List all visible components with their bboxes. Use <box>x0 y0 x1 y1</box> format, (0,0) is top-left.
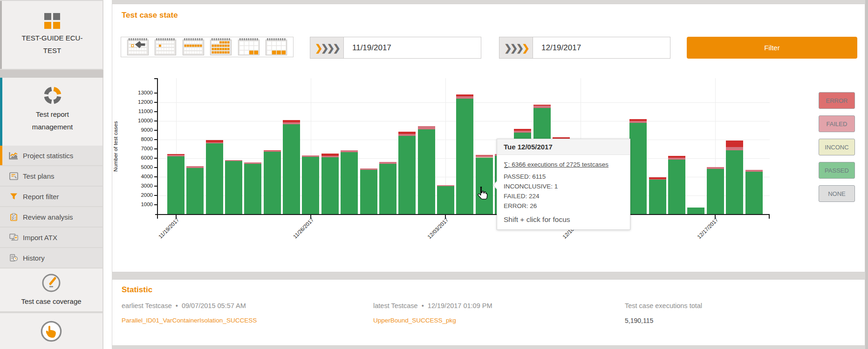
bar-12/02/2017-failed[interactable] <box>418 126 435 129</box>
bar-11/25/2017-failed[interactable] <box>283 122 300 124</box>
bar-11/25/2017-passed[interactable] <box>283 124 300 214</box>
calendar-week-icon[interactable] <box>182 38 205 56</box>
bar-12/15/2017-error[interactable] <box>668 156 685 158</box>
bar-12/15/2017-passed[interactable] <box>668 160 685 214</box>
bar-11/20/2017-passed[interactable] <box>186 168 204 214</box>
bar-11/22/2017-failed[interactable] <box>225 160 242 161</box>
legend-none-button[interactable]: NONE <box>819 185 855 202</box>
bar-12/14/2017-failed[interactable] <box>649 179 666 180</box>
bar-12/08/2017-error[interactable] <box>533 105 551 106</box>
sidebar-item-test-plans[interactable]: Test plans <box>0 166 103 186</box>
bar-11/30/2017-failed[interactable] <box>379 162 396 164</box>
testcase-link[interactable]: Parallel_ID01_VarContainerIsolation_SUCC… <box>122 317 257 324</box>
bar-12/17/2017-passed[interactable] <box>707 169 724 214</box>
bar-12/05/2017-error[interactable] <box>476 155 493 155</box>
bar-12/13/2017-error[interactable] <box>629 119 647 121</box>
bar-12/01/2017-passed[interactable] <box>398 136 416 214</box>
bar-12/18/2017-error[interactable] <box>726 141 743 147</box>
section-label-line2: management <box>2 123 103 131</box>
bar-12/17/2017-failed[interactable] <box>707 167 724 169</box>
sidebar-section-tutorial[interactable] <box>0 313 103 349</box>
bar-12/04/2017-passed[interactable] <box>456 99 473 214</box>
bar-11/19/2017-failed[interactable] <box>167 155 185 156</box>
legend-inconc-button[interactable]: INCONC <box>819 139 855 155</box>
bar-12/05/2017-passed[interactable] <box>476 157 493 214</box>
legend-error-button[interactable]: ERROR <box>819 92 855 109</box>
calendar-month-icon[interactable] <box>210 38 232 56</box>
sidebar-item-import-atx[interactable]: Import ATX <box>0 228 103 247</box>
bar-11/24/2017-error[interactable] <box>264 150 281 151</box>
bar-12/08/2017-failed[interactable] <box>533 106 551 108</box>
section-label-line1: Test report <box>2 110 103 118</box>
bar-11/28/2017-failed[interactable] <box>341 150 358 152</box>
bar-12/14/2017-error[interactable] <box>649 177 666 179</box>
calendar-jump-earliest-icon[interactable] <box>127 38 149 56</box>
bar-12/04/2017-error[interactable] <box>456 94 473 96</box>
bar-11/21/2017-failed[interactable] <box>206 142 223 143</box>
sidebar-item-label: Report filter <box>23 193 59 201</box>
bar-11/21/2017-passed[interactable] <box>206 143 223 214</box>
bar-12/18/2017-failed[interactable] <box>726 147 743 150</box>
bar-11/25/2017-error[interactable] <box>283 120 300 122</box>
bar-12/19/2017-failed[interactable] <box>745 170 763 172</box>
bar-11/24/2017-failed[interactable] <box>264 151 281 152</box>
bar-12/19/2017-passed[interactable] <box>745 172 763 214</box>
bar-12/07/2017-failed[interactable] <box>514 131 531 133</box>
bar-11/26/2017-passed[interactable] <box>302 157 319 214</box>
sidebar-item-history[interactable]: History <box>0 248 103 268</box>
bar-11/20/2017-failed[interactable] <box>186 166 204 168</box>
date-to-input[interactable] <box>533 37 670 58</box>
sidebar-item-label: Review analysis <box>23 213 73 221</box>
bar-12/03/2017-failed[interactable] <box>437 185 454 186</box>
chevrons-to-icon: ❯❯❯❯ <box>499 37 533 58</box>
bar-12/07/2017-error[interactable] <box>514 129 531 131</box>
bar-11/28/2017-passed[interactable] <box>341 152 358 214</box>
four-squares-logo-icon <box>44 13 60 29</box>
sidebar-item-project-statistics[interactable]: Project statistics <box>0 146 103 165</box>
bar-11/30/2017-passed[interactable] <box>379 164 396 214</box>
bar-12/14/2017-passed[interactable] <box>649 180 666 214</box>
bar-12/13/2017-failed[interactable] <box>629 121 647 123</box>
bar-12/05/2017-inconc[interactable] <box>476 157 493 158</box>
legend-failed-button[interactable]: FAILED <box>819 115 855 132</box>
bar-11/27/2017-passed[interactable] <box>321 157 339 214</box>
bar-12/04/2017-failed[interactable] <box>456 96 473 99</box>
bar-12/02/2017-passed[interactable] <box>418 129 435 214</box>
sidebar-section-test-report-management[interactable]: Test report management <box>0 78 103 146</box>
bar-11/27/2017-error[interactable] <box>321 154 339 156</box>
bar-12/16/2017-passed[interactable] <box>687 208 704 214</box>
calendar-two-months-icon[interactable] <box>238 38 260 56</box>
bar-12/05/2017-failed[interactable] <box>476 155 493 157</box>
sidebar-item-label: History <box>23 254 45 262</box>
bar-11/24/2017-passed[interactable] <box>264 152 281 214</box>
bar-12/13/2017-passed[interactable] <box>629 123 647 214</box>
sidebar-section-test-case-coverage[interactable]: Test case coverage <box>0 268 103 311</box>
bar-11/21/2017-error[interactable] <box>206 140 223 142</box>
bar-11/23/2017-passed[interactable] <box>244 164 261 214</box>
app-logo-block[interactable]: TEST-GUIDE ECU- TEST <box>0 1 103 69</box>
bar-11/26/2017-failed[interactable] <box>302 155 319 157</box>
bar-11/29/2017-passed[interactable] <box>360 170 377 214</box>
bar-12/01/2017-failed[interactable] <box>398 134 416 136</box>
filter-button[interactable]: Filter <box>687 37 857 59</box>
stat-label: latest Testcase • 12/19/2017 01:09 PM <box>373 302 492 309</box>
bar-12/01/2017-error[interactable] <box>398 132 416 134</box>
scrollbar[interactable] <box>865 0 868 349</box>
bar-11/19/2017-error[interactable] <box>167 154 185 155</box>
chevrons-from-icon: ❯❯❯❯ <box>310 37 344 58</box>
sidebar-item-report-filter[interactable]: Report filter <box>0 187 103 206</box>
bar-11/22/2017-passed[interactable] <box>225 161 242 214</box>
bar-11/19/2017-passed[interactable] <box>167 156 185 214</box>
bar-12/15/2017-failed[interactable] <box>668 158 685 160</box>
bar-11/27/2017-failed[interactable] <box>321 156 339 157</box>
testcase-link[interactable]: UpperBound_SUCCESS_pkg <box>373 317 492 324</box>
legend-passed-button[interactable]: PASSED <box>819 162 855 179</box>
bar-12/03/2017-passed[interactable] <box>437 186 454 214</box>
bar-12/18/2017-passed[interactable] <box>726 150 743 214</box>
date-from-input[interactable] <box>344 37 481 58</box>
calendar-day-icon[interactable] <box>154 38 177 56</box>
calendar-three-months-icon[interactable] <box>265 38 287 56</box>
sidebar-item-review-analysis[interactable]: Review analysis <box>0 207 103 227</box>
bar-11/23/2017-failed[interactable] <box>244 162 261 164</box>
bar-11/29/2017-failed[interactable] <box>360 168 377 170</box>
